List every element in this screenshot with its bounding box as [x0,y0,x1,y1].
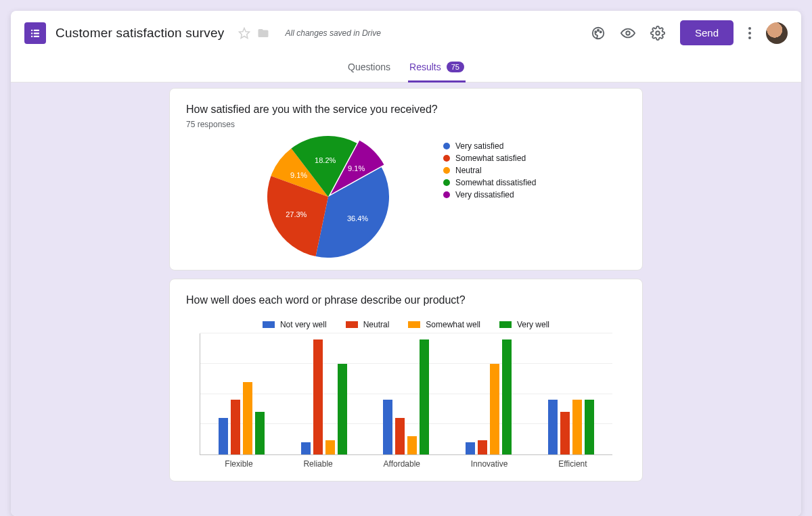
question-card-2: How well does each word or phrase descri… [169,279,643,482]
app-window: Customer satisfaction survey All changes… [11,11,801,516]
bar [255,412,265,454]
legend-swatch [443,167,450,174]
legend-swatch [499,321,512,328]
tab-label: Results [409,62,441,72]
legend-item: Not very well [263,320,327,329]
legend-swatch [408,321,420,328]
bar [466,442,475,454]
bar-group [219,333,265,454]
x-tick-label: Affordable [384,459,421,469]
svg-point-8 [595,31,596,32]
document-title[interactable]: Customer satisfaction survey [55,26,225,41]
svg-point-9 [597,29,599,30]
star-icon[interactable] [238,27,250,39]
question-title: How well does each word or phrase descri… [186,294,626,306]
bar [572,400,582,454]
content-area: How satisfied are you with the service y… [11,83,801,516]
user-avatar[interactable] [766,22,788,44]
legend-swatch [443,143,450,149]
bar [325,440,335,454]
svg-point-12 [656,31,660,35]
bar-group [383,333,429,454]
bar [560,412,570,454]
svg-rect-5 [34,35,39,37]
bar [585,400,594,454]
bar [395,418,405,454]
svg-marker-6 [239,28,249,38]
bar-x-axis: FlexibleReliableAffordableInnovativeEffi… [200,459,612,469]
x-tick-label: Innovative [471,459,508,469]
send-button[interactable]: Send [680,20,734,45]
legend-item: Somewhat well [408,320,480,329]
legend-label: Somewhat satisfied [455,154,526,163]
legend-item: Very well [499,320,549,329]
legend-swatch [443,155,450,162]
more-menu-icon[interactable] [748,27,751,39]
tab-results[interactable]: Results 75 [408,55,466,83]
bar [407,436,417,454]
legend-swatch [443,179,450,186]
svg-rect-0 [31,29,32,30]
legend-swatch [346,321,358,328]
legend-label: Not very well [280,320,327,329]
legend-item: Very dissatisfied [443,190,536,200]
legend-swatch [443,191,450,198]
header-bar: Customer satisfaction survey All changes… [11,11,801,51]
tab-label: Questions [348,62,390,72]
legend-swatch [263,321,275,328]
folder-icon[interactable] [257,27,269,39]
bar [478,440,487,454]
x-tick-label: Efficient [558,459,587,469]
bar-legend: Not very wellNeutralSomewhat wellVery we… [186,320,626,329]
legend-label: Somewhat dissatisfied [455,178,536,187]
bar-group [466,333,512,454]
results-count-badge: 75 [447,62,464,72]
question-title: How satisfied are you with the service y… [186,103,626,116]
legend-label: Very dissatisfied [455,190,514,200]
bar-group [548,333,594,454]
preview-eye-icon[interactable] [621,26,635,41]
header-actions: Send [591,20,788,45]
bar [383,400,392,454]
legend-label: Somewhat well [426,320,480,329]
bar [231,400,240,454]
bar [313,339,323,454]
x-tick-label: Reliable [303,459,332,469]
content-column: How satisfied are you with the service y… [169,83,643,516]
legend-item: Neutral [346,320,390,329]
bar-chart: Not very wellNeutralSomewhat wellVery we… [186,320,626,469]
bar [301,442,311,454]
svg-rect-1 [34,29,39,30]
response-count-label: 75 responses [186,120,626,129]
tab-bar: Questions Results 75 [11,51,801,83]
bar-group [301,333,347,454]
bar [548,400,558,454]
legend-label: Very well [517,320,549,329]
legend-item: Somewhat dissatisfied [443,178,536,187]
legend-label: Neutral [455,166,482,175]
tab-questions[interactable]: Questions [346,55,392,83]
svg-rect-4 [31,35,32,37]
svg-point-10 [600,31,602,32]
save-status-text: All changes saved in Drive [286,28,381,38]
svg-rect-3 [34,32,39,34]
svg-rect-2 [31,32,32,34]
settings-gear-icon[interactable] [650,26,665,41]
forms-logo-icon[interactable] [24,22,46,44]
bar [502,339,512,454]
palette-icon[interactable] [591,26,606,41]
bar [243,382,252,454]
pie-legend: Very satisfiedSomewhat satisfiedNeutralS… [443,141,536,200]
x-tick-label: Flexible [225,459,252,469]
legend-item: Neutral [443,166,536,175]
bar [219,418,228,454]
bar [338,364,347,454]
svg-point-11 [626,31,630,35]
question-card-1: How satisfied are you with the service y… [169,88,643,271]
legend-label: Neutral [363,320,390,329]
legend-item: Somewhat satisfied [443,154,536,163]
bar [420,339,429,454]
legend-item: Very satisfied [443,141,536,151]
bar-plot-area [200,333,612,455]
legend-label: Very satisfied [455,141,503,151]
